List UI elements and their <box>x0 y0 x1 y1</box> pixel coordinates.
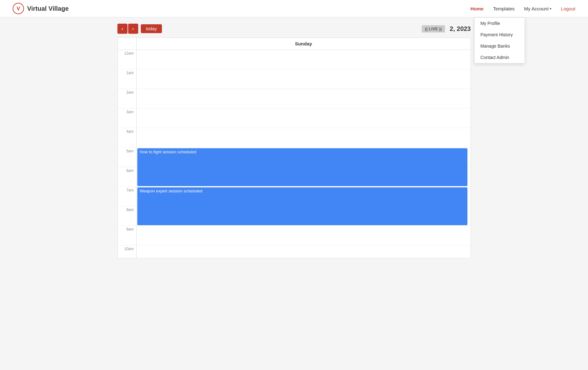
calendar-body[interactable]: 12am 1am 2am 3am 4am 5am 6am 7am 8am 9am… <box>118 50 471 258</box>
time-12am: 12am <box>118 50 136 69</box>
today-button[interactable]: today <box>141 24 162 33</box>
prev-button[interactable]: ‹ <box>117 24 128 34</box>
dropdown-manage-banks[interactable]: Manage Banks <box>475 40 525 52</box>
calendar-controls-row: ‹ › today (( LIVE )) 2, 2023 <box>117 24 471 34</box>
day-name: Sunday <box>137 38 471 50</box>
time-8am: 8am <box>118 206 136 226</box>
grid-row-1 <box>137 69 471 89</box>
svg-text:V: V <box>17 6 20 11</box>
calendar-date: 2, 2023 <box>450 25 471 32</box>
event-weapon-label: Weapon expert session scheduled <box>140 189 203 193</box>
nav-templates[interactable]: Templates <box>493 6 514 11</box>
nav-buttons: ‹ › <box>117 24 138 34</box>
calendar-grid: How to fight session scheduled Weapon ex… <box>137 50 471 258</box>
grid-row-9 <box>137 226 471 245</box>
dropdown-payment-history[interactable]: Payment History <box>475 29 525 40</box>
calendar: Sunday 12am 1am 2am 3am 4am 5am 6am 7am … <box>117 38 471 258</box>
time-1am: 1am <box>118 69 136 89</box>
header: V Virtual Village Home Templates My Acco… <box>0 0 588 17</box>
event-weapon-session[interactable]: Weapon expert session scheduled <box>137 187 467 225</box>
time-6am: 6am <box>118 167 136 187</box>
grid-row-10 <box>137 245 471 258</box>
event-fight-session[interactable]: How to fight session scheduled <box>137 148 467 186</box>
main-nav: Home Templates My Account ▾ Logout <box>471 6 576 11</box>
dropdown-my-profile[interactable]: My Profile <box>475 18 525 29</box>
main-content: ‹ › today (( LIVE )) 2, 2023 Sunday 12am… <box>105 17 484 265</box>
nav-my-account[interactable]: My Account ▾ <box>524 6 552 11</box>
time-2am: 2am <box>118 89 136 109</box>
grid-row-2 <box>137 89 471 109</box>
grid-row-4 <box>137 128 471 148</box>
live-badge: (( LIVE )) <box>422 25 445 32</box>
logo-icon: V <box>13 3 24 14</box>
brand-area: V Virtual Village <box>13 3 69 14</box>
my-account-label: My Account <box>524 6 549 11</box>
time-gutter: 12am 1am 2am 3am 4am 5am 6am 7am 8am 9am… <box>118 50 137 258</box>
time-gutter-header <box>118 38 137 50</box>
event-fight-label: How to fight session scheduled <box>140 150 196 154</box>
nav-home[interactable]: Home <box>471 6 484 11</box>
dropdown-contact-admin[interactable]: Contact Admin <box>475 52 525 63</box>
brand-name: Virtual Village <box>27 5 69 12</box>
calendar-header-right: (( LIVE )) 2, 2023 <box>422 25 471 32</box>
time-9am: 9am <box>118 226 136 245</box>
chevron-down-icon: ▾ <box>550 7 551 10</box>
next-button[interactable]: › <box>128 24 138 34</box>
grid-row-0 <box>137 50 471 69</box>
time-5am: 5am <box>118 148 136 167</box>
time-3am: 3am <box>118 109 136 128</box>
time-10am: 10am <box>118 245 136 258</box>
account-dropdown: My Profile Payment History Manage Banks … <box>474 17 525 63</box>
time-4am: 4am <box>118 128 136 148</box>
grid-row-3 <box>137 109 471 128</box>
nav-logout[interactable]: Logout <box>561 6 575 11</box>
calendar-day-header: Sunday <box>118 38 471 50</box>
time-7am: 7am <box>118 187 136 206</box>
